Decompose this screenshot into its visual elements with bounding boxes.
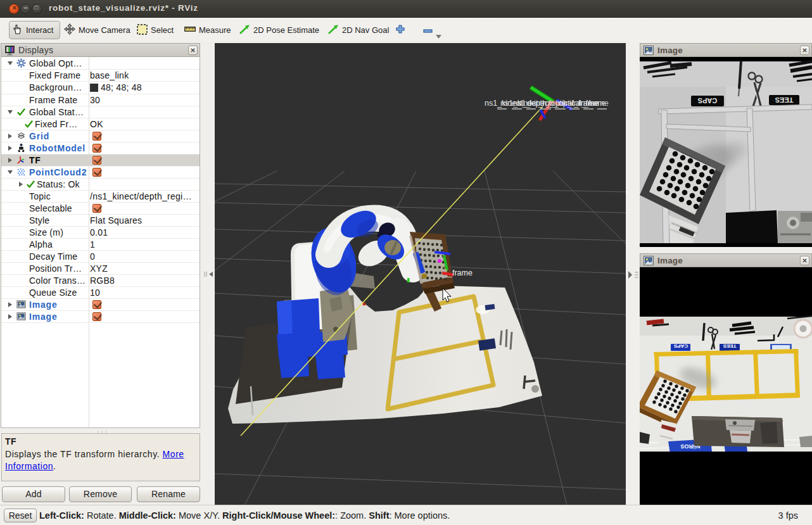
svg-text:CAPS: CAPS [698, 97, 718, 104]
svg-text:_frame: _frame [447, 269, 473, 277]
svg-text:0: 0 [440, 255, 443, 260]
svg-text:TEES: TEES [775, 96, 794, 104]
svg-text:TEES: TEES [723, 343, 737, 349]
svg-text:CAPS: CAPS [673, 343, 688, 349]
svg-text:ns1_kinect_link_frame: ns1_kinect_link_frame [513, 99, 592, 108]
svg-text:_frame: _frame [583, 99, 609, 108]
